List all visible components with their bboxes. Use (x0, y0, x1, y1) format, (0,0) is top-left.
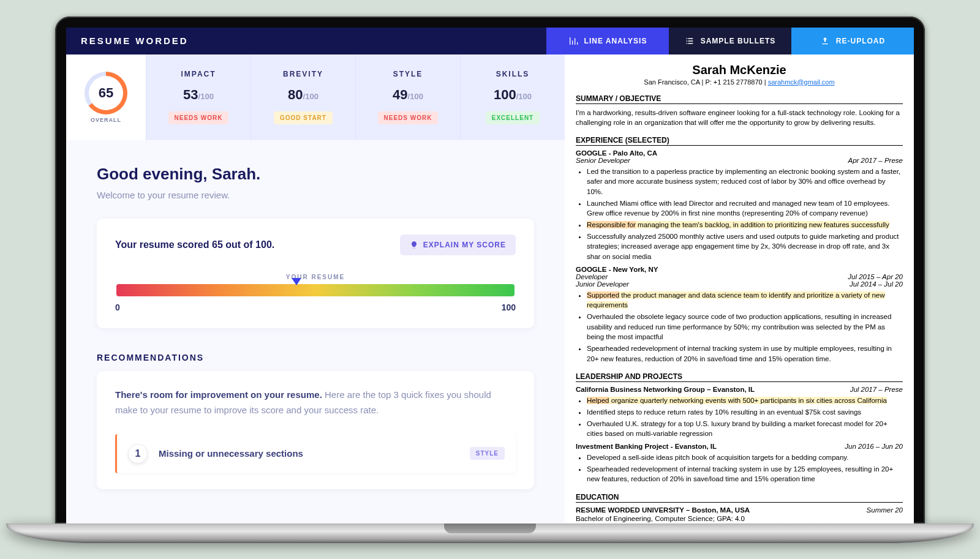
overall-label: OVERALL (91, 117, 121, 123)
bullet: Overhauled the obsolete legacy source co… (587, 312, 903, 342)
bullet-highlighted: Helped organize quarterly networking eve… (587, 396, 903, 406)
bullet: Overhauled U.K. strategy for a top U.S. … (587, 419, 903, 439)
bullet: Developed a sell-side ideas pitch book o… (587, 452, 903, 463)
score-bar (116, 284, 514, 296)
score-value: 100 (494, 87, 516, 102)
score-chip: NEEDS WORK (378, 111, 439, 124)
list-icon (685, 36, 695, 46)
exp-head: GOOGLE - Palo Alto, CA (576, 149, 657, 157)
lightbulb-icon (410, 241, 418, 249)
edu-head: RESUME WORDED UNIVERSITY – Boston, MA, U… (576, 506, 750, 514)
bullet: Successfully analyzed 25000 monthly acti… (587, 231, 903, 262)
resume-preview[interactable]: Sarah McKenzie San Francisco, CA | P: +1… (565, 54, 914, 523)
proj-date: Jul 2017 – Prese (850, 386, 903, 393)
exp-role: Developer (576, 273, 608, 280)
section-education: EDUCATION (576, 493, 903, 503)
overall-score: 65 OVERALL (66, 54, 146, 140)
recommendation-text: Missing or unnecessary sections (159, 448, 459, 459)
recommendations-card: There's room for improvement on your res… (97, 371, 534, 489)
proj-head: Investment Banking Project - Evanston, I… (576, 443, 717, 450)
score-denom: /100 (516, 92, 532, 101)
score-denom: /100 (303, 92, 318, 101)
summary-text: I'm a hardworking, results-driven softwa… (576, 108, 903, 127)
score-style[interactable]: STYLE 49/100 NEEDS WORK (355, 54, 460, 140)
resume-email-link[interactable]: sarahmck@gmail.com (768, 78, 835, 86)
greeting-sub: Welcome to your resume review. (97, 190, 534, 200)
exp-date: Jul 2014 – Jul 20 (850, 280, 903, 288)
left-panel: 65 OVERALL IMPACT 53/100 NEEDS WORK BREV… (66, 54, 565, 523)
score-sentence: Your resume scored 65 out of 100. (115, 239, 274, 250)
bullet: Identified steps to reduce return rates … (587, 407, 903, 418)
proj-bullets: Developed a sell-side ideas pitch book o… (587, 452, 903, 484)
proj-head: California Business Networking Group – E… (576, 386, 755, 393)
exp-date: Jul 2015 – Apr 20 (848, 273, 903, 280)
exp-role: Senior Developer (576, 157, 630, 164)
laptop-base (6, 523, 974, 543)
analysis-icon (568, 36, 578, 46)
top-nav: RESUME WORDED LINE ANALYSIS SAMPLE BULLE… (66, 28, 914, 54)
exp-head: GOOGLE - New York, NY (576, 266, 658, 273)
section-leadership: LEADERSHIP AND PROJECTS (576, 372, 903, 382)
tab-reupload[interactable]: RE-UPLOAD (791, 28, 914, 54)
edu-date: Summer 20 (867, 506, 903, 514)
score-title: STYLE (393, 70, 423, 78)
proj-date: Jun 2016 – Jun 20 (845, 443, 903, 450)
score-pointer (292, 278, 301, 285)
bar-high: 100 (502, 302, 516, 312)
recommendation-number: 1 (128, 444, 148, 463)
score-ring: 65 (85, 72, 127, 114)
recommendation-tag: STYLE (470, 447, 505, 460)
bullet: Spearheaded redevelopment of internal tr… (587, 464, 903, 484)
score-title: BREVITY (283, 70, 323, 78)
upload-icon (820, 36, 830, 46)
score-brevity[interactable]: BREVITY 80/100 GOOD START (251, 54, 355, 140)
proj-bullets: Helped organize quarterly networking eve… (587, 396, 903, 439)
recommendations-lead: There's room for improvement on your res… (115, 387, 516, 418)
score-value: 49 (393, 87, 407, 102)
greeting: Good evening, Sarah. (97, 165, 534, 184)
resume-contact: San Francisco, CA | P: +1 215 2778870 | … (576, 78, 903, 86)
recommendation-item[interactable]: 1 Missing or unnecessary sections STYLE (115, 434, 516, 473)
score-value: 80 (288, 87, 303, 102)
tab-line-label: LINE ANALYSIS (584, 37, 647, 45)
score-chip: NEEDS WORK (168, 111, 229, 124)
exp-role: Junior Developer (576, 280, 629, 288)
score-denom: /100 (198, 92, 214, 101)
resume-name: Sarah McKenzie (576, 63, 903, 77)
bullet: Launched Miami office with lead Director… (587, 198, 903, 219)
overall-score-value: 65 (99, 85, 113, 101)
score-denom: /100 (408, 92, 423, 101)
bullet-highlighted: Supported the product manager and data s… (587, 290, 903, 310)
edu-sub: Bachelor of Engineering, Computer Scienc… (576, 514, 903, 523)
tab-sample-label: SAMPLE BULLETS (701, 37, 776, 45)
bar-low: 0 (115, 302, 120, 312)
score-chip: EXCELLENT (486, 111, 540, 124)
explain-score-button[interactable]: EXPLAIN MY SCORE (400, 234, 516, 255)
bullet: Led the transition to a paperless practi… (587, 167, 903, 197)
score-card: Your resume scored 65 out of 100. EXPLAI… (97, 219, 534, 328)
tab-line-analysis[interactable]: LINE ANALYSIS (546, 28, 669, 54)
tab-reupload-label: RE-UPLOAD (836, 37, 885, 45)
section-summary: SUMMARY / OBJECTIVE (576, 94, 903, 104)
exp-date: Apr 2017 – Prese (848, 157, 903, 164)
score-chip: GOOD START (274, 111, 333, 124)
score-value: 53 (183, 87, 198, 102)
explain-label: EXPLAIN MY SCORE (423, 241, 506, 249)
score-impact[interactable]: IMPACT 53/100 NEEDS WORK (146, 54, 251, 140)
brand-logo: RESUME WORDED (66, 28, 546, 54)
exp-bullets: Supported the product manager and data s… (587, 290, 903, 364)
recommendations-title: RECOMMENDATIONS (97, 353, 534, 362)
section-experience: EXPERIENCE (SELECTED) (576, 136, 903, 146)
score-skills[interactable]: SKILLS 100/100 EXCELLENT (460, 54, 565, 140)
tab-sample-bullets[interactable]: SAMPLE BULLETS (669, 28, 791, 54)
score-title: SKILLS (496, 70, 530, 78)
exp-bullets: Led the transition to a paperless practi… (587, 167, 903, 262)
score-title: IMPACT (181, 70, 216, 78)
score-strip: 65 OVERALL IMPACT 53/100 NEEDS WORK BREV… (66, 54, 565, 140)
bullet: Spearheaded redevelopment of internal tr… (587, 343, 903, 364)
bullet-highlighted: Responsible for managing the team's back… (587, 220, 903, 230)
bar-label: YOUR RESUME (115, 274, 516, 280)
